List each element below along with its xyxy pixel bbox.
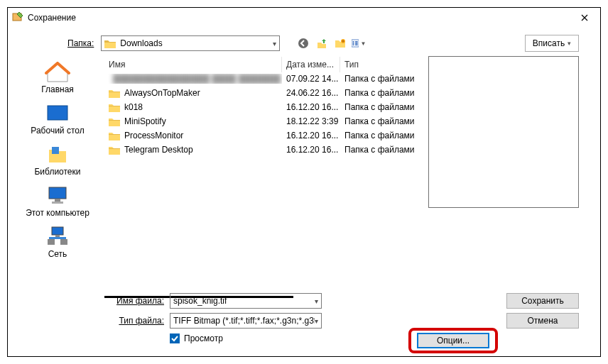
folder-label: Папка: bbox=[67, 38, 94, 48]
folder-name: Downloads bbox=[120, 38, 162, 48]
col-type[interactable]: Тип bbox=[340, 57, 418, 72]
fit-button[interactable]: Вписать ▾ bbox=[525, 35, 579, 52]
chevron-down-icon: ▼ bbox=[360, 40, 366, 47]
filename-input[interactable]: spisok_knig.tif ▾ bbox=[170, 293, 322, 309]
chevron-down-icon: ▾ bbox=[315, 317, 318, 325]
window-title: Сохранение bbox=[28, 13, 76, 23]
desktop-icon bbox=[45, 103, 70, 124]
chevron-down-icon: ▾ bbox=[273, 40, 276, 48]
folder-select[interactable]: Downloads ▾ bbox=[101, 35, 280, 51]
svg-rect-16 bbox=[52, 227, 63, 235]
new-folder-button[interactable] bbox=[332, 35, 348, 51]
places-bar: Главная Рабочий стол Библиотеки bbox=[15, 56, 100, 291]
table-row[interactable]: ████████████████ ████ ███████07.09.22 14… bbox=[104, 72, 428, 86]
filename-label: Имя файла: bbox=[103, 296, 164, 306]
filetype-select[interactable]: TIFF Bitmap (*.tif;*.tiff;*.fax;*.g3n;*.… bbox=[170, 313, 322, 329]
svg-rect-10 bbox=[48, 106, 67, 120]
place-network[interactable]: Сеть bbox=[22, 224, 93, 262]
table-row[interactable]: MiniSpotify18.12.22 3:39Папка с файлами bbox=[104, 114, 428, 128]
svg-rect-17 bbox=[55, 235, 60, 237]
col-date[interactable]: Дата изме... bbox=[282, 57, 340, 72]
svg-rect-19 bbox=[48, 239, 55, 245]
svg-rect-18 bbox=[49, 237, 66, 239]
app-icon bbox=[12, 11, 23, 25]
file-rows: ████████████████ ████ ███████07.09.22 14… bbox=[104, 72, 428, 157]
table-row[interactable]: Telegram Desktop16.12.20 16...Папка с фа… bbox=[104, 143, 428, 157]
svg-rect-15 bbox=[52, 202, 63, 204]
preview-panel bbox=[428, 56, 579, 208]
preview-checkbox[interactable] bbox=[170, 333, 180, 343]
preview-label: Просмотр bbox=[184, 333, 223, 343]
bottom-form: Имя файла: spisok_knig.tif ▾ Сохранить Т… bbox=[103, 292, 579, 351]
svg-rect-12 bbox=[52, 147, 59, 154]
svg-rect-14 bbox=[55, 199, 60, 202]
nav-toolbar: ▼ bbox=[295, 35, 367, 51]
titlebar: Сохранение bbox=[8, 8, 600, 28]
table-row[interactable]: ProcessMonitor16.12.20 16...Папка с файл… bbox=[104, 128, 428, 143]
cancel-button[interactable]: Отмена bbox=[506, 313, 579, 329]
column-headers: Имя Дата изме... Тип bbox=[104, 56, 428, 72]
table-row[interactable]: k01816.12.20 16...Папка с файлами bbox=[104, 100, 428, 114]
save-button[interactable]: Сохранить bbox=[506, 293, 579, 309]
col-name[interactable]: Имя bbox=[104, 57, 282, 72]
svg-rect-20 bbox=[60, 239, 67, 245]
table-row[interactable]: AlwaysOnTopMaker24.06.22 16...Папка с фа… bbox=[104, 86, 428, 100]
svg-rect-6 bbox=[353, 44, 354, 45]
libraries-icon bbox=[45, 144, 70, 165]
view-menu-button[interactable]: ▼ bbox=[351, 35, 367, 51]
svg-rect-5 bbox=[353, 43, 354, 43]
file-list: Имя Дата изме... Тип ████████████████ ██… bbox=[104, 56, 428, 291]
computer-icon bbox=[45, 185, 70, 206]
svg-rect-8 bbox=[355, 43, 358, 43]
svg-rect-13 bbox=[49, 187, 66, 199]
options-highlight: Опции... bbox=[408, 328, 498, 353]
options-button[interactable]: Опции... bbox=[417, 333, 489, 348]
place-home[interactable]: Главная bbox=[22, 59, 93, 97]
home-icon bbox=[45, 62, 70, 83]
svg-point-1 bbox=[298, 38, 308, 48]
content: Папка: Downloads ▾ ▼ bbox=[15, 35, 593, 351]
save-dialog: Сохранение Папка: Downloads ▾ bbox=[7, 7, 601, 357]
svg-rect-4 bbox=[353, 41, 354, 42]
location-row: Папка: Downloads ▾ ▼ bbox=[67, 35, 593, 52]
filetype-label: Тип файла: bbox=[103, 316, 164, 326]
back-button[interactable] bbox=[295, 35, 311, 51]
svg-rect-7 bbox=[355, 41, 358, 42]
close-button[interactable] bbox=[569, 8, 600, 28]
network-icon bbox=[45, 226, 70, 248]
place-libraries[interactable]: Библиотеки bbox=[22, 141, 93, 180]
chevron-down-icon: ▾ bbox=[315, 297, 318, 305]
chevron-down-icon: ▾ bbox=[568, 40, 571, 47]
svg-rect-9 bbox=[355, 44, 358, 45]
place-computer[interactable]: Этот компьютер bbox=[22, 182, 93, 221]
place-desktop[interactable]: Рабочий стол bbox=[22, 100, 93, 138]
up-button[interactable] bbox=[314, 35, 330, 51]
